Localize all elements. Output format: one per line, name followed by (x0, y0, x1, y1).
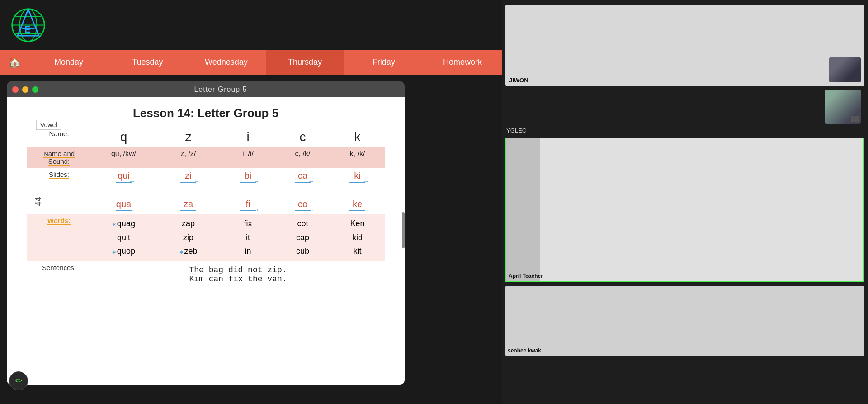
nav-homework[interactable]: Homework (423, 50, 502, 75)
name-sound-c: c, /k/ (275, 147, 330, 168)
close-button[interactable] (12, 86, 19, 93)
letter-k: k (330, 127, 385, 147)
name-sound-z: z, /z/ (156, 147, 221, 168)
slides-row: Slides: qui qua zi za (27, 168, 385, 214)
name-row: Name: q z i c k (27, 127, 385, 147)
april-teacher-label: April Teacher (509, 273, 543, 279)
seohee-label: seohee kwak (508, 347, 541, 354)
slides-i: bi fi (221, 168, 275, 214)
yglec-label: YGLEC (505, 127, 864, 134)
window-title: Letter Group 5 (42, 86, 399, 94)
window-title-bar: Letter Group 5 (7, 81, 405, 97)
main-area: E 🏠 Monday Tuesday Wednesday Thursday Fr… (0, 0, 502, 404)
name-label: Name: (27, 127, 91, 147)
words-label-cell: Words: (27, 214, 91, 261)
lesson-title: Lesson 14: Letter Group 5 (7, 97, 405, 127)
words-c: cotcapcub (275, 214, 330, 261)
sentence-1: The bag did not zip. (91, 266, 385, 275)
slides-q: qui qua (91, 168, 156, 214)
slides-c: ca co (275, 168, 330, 214)
nav-wednesday[interactable]: Wednesday (187, 50, 265, 75)
slides-k: ki ke (330, 168, 385, 214)
svg-text:E: E (24, 24, 31, 34)
nav-bar: 🏠 Monday Tuesday Wednesday Thursday Frid… (0, 50, 502, 75)
name-sound-label: Name andSound: (27, 147, 91, 168)
name-sound-i: i, /i/ (221, 147, 275, 168)
nav-thursday[interactable]: Thursday (266, 50, 344, 75)
vowel-tag: Vowel (36, 120, 61, 130)
right-sidebar: JIWON YGLEC April Teacher seohee kwak (502, 0, 868, 404)
words-row: Words: ✱ quag quit ✱ quop zapzip ✱ zeb (27, 214, 385, 261)
lesson-window: Letter Group 5 Vowel 44 Lesson 14: Lette… (7, 81, 405, 385)
name-sound-k: k, /k/ (330, 147, 385, 168)
logo-bar: E (0, 0, 502, 50)
jiwon-panel-wrapper: JIWON (505, 5, 864, 86)
small-camera-panel (825, 90, 861, 124)
scroll-handle[interactable] (402, 212, 405, 248)
yglec-right (540, 138, 863, 281)
yglec-video-panel: April Teacher (505, 138, 864, 282)
letter-z: z (156, 127, 221, 147)
slides-z: zi za (156, 168, 221, 214)
words-z: zapzip ✱ zeb (156, 214, 221, 261)
slides-label: Slides: (27, 168, 91, 214)
content-area: Letter Group 5 Vowel 44 Lesson 14: Lette… (0, 75, 502, 404)
app-logo: E (9, 6, 47, 44)
name-sound-q: qu, /kw/ (91, 147, 156, 168)
letter-q: q (91, 127, 156, 147)
camera-icon (851, 116, 859, 122)
nav-monday[interactable]: Monday (29, 50, 108, 75)
lesson-content: Vowel 44 Lesson 14: Letter Group 5 (7, 97, 405, 385)
jiwon-label: JIWON (509, 77, 528, 84)
lesson-table: Name: q z i c k Name andSound: qu, /kw/ (27, 127, 385, 288)
words-q: ✱ quag quit ✱ quop (91, 214, 156, 261)
sentences-label: Sentences: (27, 261, 91, 288)
jiwon-video-panel: JIWON (505, 5, 864, 86)
maximize-button[interactable] (32, 86, 38, 93)
page-number: 44 (34, 197, 43, 206)
sentences-row: Sentences: The bag did not zip. Kim can … (27, 261, 385, 288)
minimize-button[interactable] (22, 86, 28, 93)
nav-friday[interactable]: Friday (344, 50, 423, 75)
home-icon: 🏠 (9, 57, 21, 68)
name-sound-row: Name andSound: qu, /kw/ z, /z/ i, /i/ c,… (27, 147, 385, 168)
seohee-video-panel: seohee kwak (505, 286, 864, 356)
nav-home-button[interactable]: 🏠 (0, 50, 29, 75)
pencil-icon: ✏ (15, 376, 22, 386)
nav-tuesday[interactable]: Tuesday (108, 50, 187, 75)
letter-c: c (275, 127, 330, 147)
letter-i: i (221, 127, 275, 147)
words-k: Kenkidkit (330, 214, 385, 261)
pencil-button[interactable]: ✏ (9, 371, 28, 390)
yglec-left (506, 138, 540, 281)
words-i: fixitin (221, 214, 275, 261)
jiwon-thumbnail (829, 57, 861, 82)
sentence-2: Kim can fix the van. (91, 275, 385, 284)
